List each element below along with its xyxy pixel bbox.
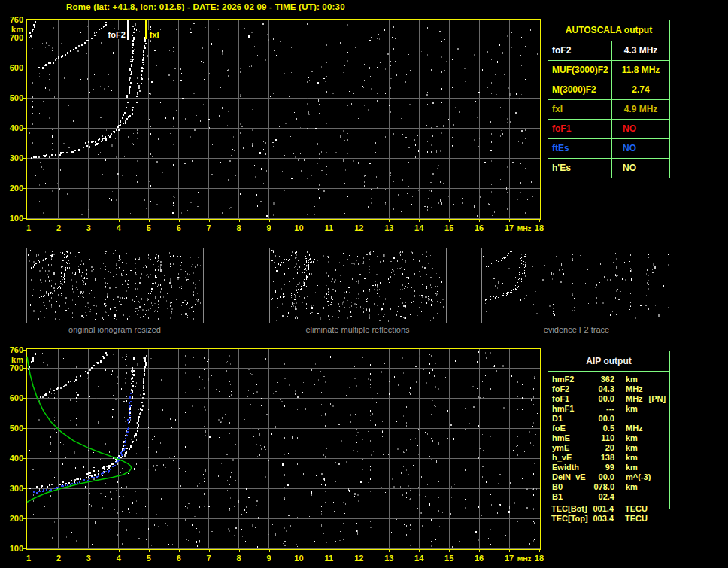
- pixel: [56, 291, 56, 293]
- pixel: [374, 320, 375, 320]
- pixel: [173, 51, 174, 52]
- aip-row-label: foF1: [548, 394, 589, 404]
- pixel: [147, 298, 148, 300]
- pixel: [105, 303, 106, 304]
- pixel: [181, 314, 182, 315]
- pixel: [91, 477, 93, 478]
- pixel: [55, 283, 56, 285]
- pixel: [32, 82, 33, 84]
- pixel: [284, 378, 286, 379]
- pixel: [284, 363, 285, 365]
- pixel: [23, 128, 26, 129]
- pixel: [402, 289, 403, 290]
- pixel: [47, 286, 47, 287]
- pixel: [29, 37, 30, 38]
- x-tick-label: 1: [26, 554, 31, 563]
- pixel: [156, 161, 158, 163]
- pixel: [323, 307, 324, 309]
- pixel: [347, 259, 348, 260]
- pixel: [308, 272, 308, 272]
- pixel: [442, 196, 444, 196]
- pixel: [533, 494, 534, 496]
- aip-row-extra: [638, 482, 644, 492]
- pixel: [358, 293, 359, 295]
- pixel: [119, 255, 120, 257]
- pixel: [244, 28, 245, 29]
- pixel: [329, 169, 329, 172]
- pixel: [482, 466, 484, 467]
- pixel: [153, 283, 154, 284]
- pixel: [522, 397, 523, 399]
- aip-table-row: B0078.0km: [548, 482, 669, 492]
- pixel: [440, 181, 441, 183]
- pixel: [519, 274, 520, 275]
- pixel: [258, 429, 259, 430]
- pixel: [113, 354, 114, 355]
- pixel: [648, 257, 649, 258]
- pixel: [376, 176, 377, 178]
- autoscala-param-label: MUF(3000)F2: [548, 61, 611, 80]
- pixel: [101, 42, 102, 44]
- pixel: [369, 311, 370, 312]
- pixel: [371, 287, 372, 287]
- pixel: [329, 319, 330, 320]
- pixel: [196, 50, 196, 51]
- pixel: [432, 173, 434, 175]
- pixel: [344, 132, 346, 132]
- pixel: [251, 428, 252, 429]
- pixel: [61, 295, 62, 296]
- pixel: [150, 201, 151, 202]
- pixel: [371, 202, 372, 204]
- pixel: [325, 415, 326, 416]
- pixel: [143, 267, 144, 268]
- pixel: [350, 311, 351, 313]
- pixel: [77, 500, 77, 502]
- x-tick-label: 14: [414, 554, 424, 563]
- pixel: [102, 268, 102, 270]
- pixel: [356, 314, 356, 316]
- pixel: [138, 87, 140, 89]
- pixel: [211, 375, 212, 376]
- pixel: [181, 305, 182, 306]
- pixel: [130, 419, 131, 421]
- pixel: [362, 459, 363, 460]
- pixel: [132, 113, 133, 115]
- pixel: [129, 410, 130, 412]
- pixel: [529, 265, 529, 266]
- pixel: [128, 287, 129, 288]
- pixel: [323, 190, 325, 192]
- pixel: [284, 497, 285, 499]
- pixel: [512, 162, 514, 163]
- pixel: [385, 93, 386, 94]
- pixel: [359, 142, 359, 144]
- pixel: [341, 275, 342, 275]
- pixel: [50, 256, 50, 257]
- pixel: [477, 388, 478, 389]
- pixel: [453, 438, 454, 440]
- pixel: [266, 414, 268, 415]
- pixel: [610, 314, 611, 316]
- pixel: [439, 277, 440, 278]
- pixel: [435, 539, 436, 540]
- pixel: [222, 417, 223, 419]
- pixel: [76, 366, 77, 368]
- pixel: [123, 285, 123, 287]
- pixel: [231, 155, 232, 156]
- pixel: [137, 129, 138, 131]
- pixel: [149, 299, 150, 299]
- pixel: [132, 265, 132, 266]
- pixel: [549, 305, 551, 307]
- pixel: [343, 72, 344, 73]
- pixel: [65, 263, 66, 263]
- pixel: [185, 313, 187, 315]
- pixel: [64, 254, 65, 255]
- pixel: [260, 445, 261, 446]
- pixel: [315, 62, 316, 62]
- pixel: [397, 311, 398, 312]
- pixel: [98, 421, 99, 424]
- pixel: [521, 65, 522, 66]
- pixel: [278, 379, 278, 381]
- pixel: [126, 430, 127, 432]
- pixel: [517, 396, 518, 397]
- pixel: [38, 156, 40, 158]
